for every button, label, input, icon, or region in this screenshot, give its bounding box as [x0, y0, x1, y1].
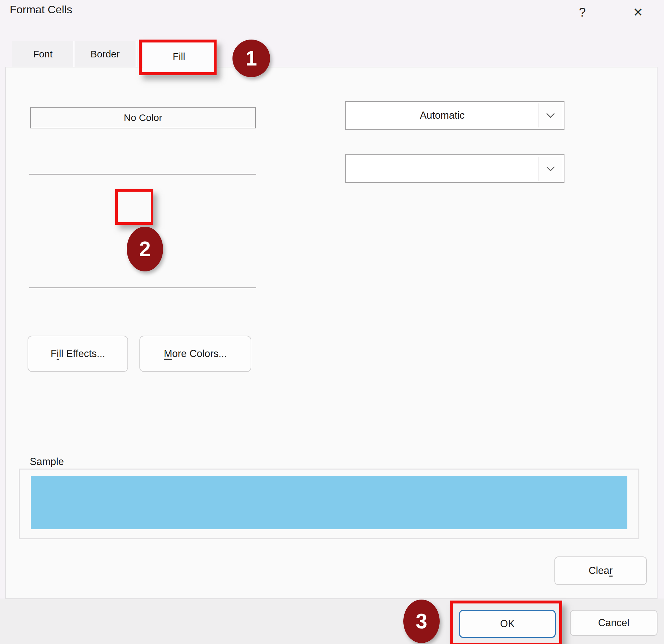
dialog-footer — [0, 599, 664, 644]
annotation-badge-3: 3 — [403, 600, 440, 643]
sample-label: Sample — [25, 456, 68, 468]
tab-strip: Font Border — [12, 41, 137, 67]
more-colors-button[interactable]: More Colors... — [140, 336, 251, 372]
sample-fill-preview — [31, 476, 627, 529]
tab-font[interactable]: Font — [12, 41, 73, 67]
close-icon[interactable]: ✕ — [629, 3, 647, 21]
no-color-button[interactable]: No Color — [30, 107, 256, 128]
palette-divider — [29, 287, 256, 288]
chevron-down-icon[interactable] — [539, 157, 562, 181]
pattern-style-value — [346, 155, 539, 182]
annotation-box-step1 — [139, 40, 216, 75]
help-icon[interactable]: ? — [573, 3, 592, 21]
tab-border[interactable]: Border — [75, 41, 136, 67]
annotation-box-step3 — [450, 601, 562, 644]
page-title: Format Cells — [10, 3, 72, 16]
annotation-badge-1: 1 — [232, 40, 270, 77]
fill-effects-button[interactable]: Fill Effects... — [27, 336, 128, 372]
annotation-box-step2 — [115, 189, 153, 225]
palette-divider — [29, 174, 256, 175]
clear-button[interactable]: Clear — [555, 557, 647, 585]
pattern-color-dropdown[interactable]: Automatic — [345, 101, 564, 130]
chevron-down-icon[interactable] — [539, 103, 562, 127]
annotation-badge-2: 2 — [127, 227, 163, 271]
pattern-color-value: Automatic — [346, 102, 539, 129]
cancel-button[interactable]: Cancel — [570, 610, 658, 636]
pattern-style-dropdown[interactable] — [345, 154, 564, 183]
